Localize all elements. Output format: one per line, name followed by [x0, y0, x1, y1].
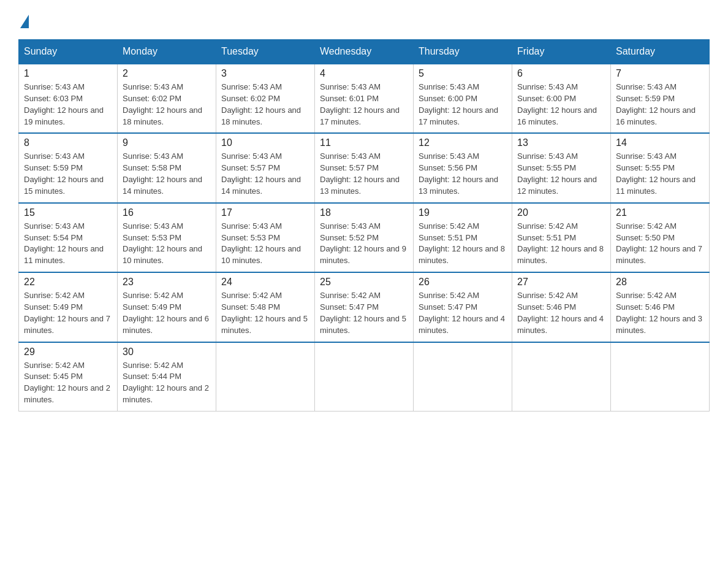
weekday-header-monday: Monday: [118, 40, 216, 64]
calendar-cell: 25 Sunrise: 5:42 AMSunset: 5:47 PMDaylig…: [315, 272, 414, 342]
day-info: Sunrise: 5:42 AMSunset: 5:45 PMDaylight:…: [24, 360, 112, 406]
weekday-header-row: SundayMondayTuesdayWednesdayThursdayFrid…: [19, 40, 710, 64]
calendar-cell: 9 Sunrise: 5:43 AMSunset: 5:58 PMDayligh…: [118, 133, 216, 202]
calendar-cell: 14 Sunrise: 5:43 AMSunset: 5:55 PMDaylig…: [611, 133, 710, 202]
day-info: Sunrise: 5:42 AMSunset: 5:49 PMDaylight:…: [24, 290, 112, 336]
day-number: 13: [517, 137, 605, 148]
calendar-body: 1 Sunrise: 5:43 AMSunset: 6:03 PMDayligh…: [19, 64, 710, 411]
day-number: 9: [123, 137, 211, 148]
day-info: Sunrise: 5:43 AMSunset: 6:02 PMDaylight:…: [221, 82, 309, 128]
day-number: 1: [24, 68, 112, 79]
day-number: 5: [419, 68, 507, 79]
day-number: 10: [221, 137, 309, 148]
calendar-cell: 27 Sunrise: 5:42 AMSunset: 5:46 PMDaylig…: [512, 272, 611, 342]
day-info: Sunrise: 5:43 AMSunset: 5:55 PMDaylight:…: [517, 151, 605, 197]
calendar-cell: [512, 342, 611, 412]
calendar-cell: [414, 342, 512, 412]
calendar-cell: 3 Sunrise: 5:43 AMSunset: 6:02 PMDayligh…: [216, 64, 315, 133]
day-info: Sunrise: 5:43 AMSunset: 6:00 PMDaylight:…: [419, 82, 507, 128]
calendar-cell: 4 Sunrise: 5:43 AMSunset: 6:01 PMDayligh…: [315, 64, 414, 133]
day-number: 26: [419, 277, 507, 288]
weekday-header-saturday: Saturday: [611, 40, 710, 64]
calendar-cell: [216, 342, 315, 412]
logo: [18, 12, 29, 28]
day-number: 29: [24, 347, 112, 358]
day-number: 8: [24, 137, 112, 148]
day-info: Sunrise: 5:43 AMSunset: 5:58 PMDaylight:…: [123, 151, 211, 197]
calendar-cell: 30 Sunrise: 5:42 AMSunset: 5:44 PMDaylig…: [118, 342, 216, 412]
day-info: Sunrise: 5:42 AMSunset: 5:47 PMDaylight:…: [419, 290, 507, 336]
day-info: Sunrise: 5:43 AMSunset: 5:59 PMDaylight:…: [24, 151, 112, 197]
day-info: Sunrise: 5:43 AMSunset: 5:53 PMDaylight:…: [123, 221, 211, 267]
day-info: Sunrise: 5:42 AMSunset: 5:46 PMDaylight:…: [517, 290, 605, 336]
day-number: 20: [517, 207, 605, 218]
day-info: Sunrise: 5:42 AMSunset: 5:51 PMDaylight:…: [517, 221, 605, 267]
calendar-cell: 13 Sunrise: 5:43 AMSunset: 5:55 PMDaylig…: [512, 133, 611, 202]
day-info: Sunrise: 5:42 AMSunset: 5:51 PMDaylight:…: [419, 221, 507, 267]
calendar-week-1: 1 Sunrise: 5:43 AMSunset: 6:03 PMDayligh…: [19, 64, 710, 133]
calendar-cell: 26 Sunrise: 5:42 AMSunset: 5:47 PMDaylig…: [414, 272, 512, 342]
day-number: 4: [320, 68, 408, 79]
day-number: 14: [616, 137, 704, 148]
weekday-header-thursday: Thursday: [414, 40, 512, 64]
calendar-table: SundayMondayTuesdayWednesdayThursdayFrid…: [18, 39, 710, 412]
day-number: 22: [24, 277, 112, 288]
calendar-cell: [315, 342, 414, 412]
day-info: Sunrise: 5:43 AMSunset: 5:57 PMDaylight:…: [320, 151, 408, 197]
day-info: Sunrise: 5:42 AMSunset: 5:50 PMDaylight:…: [616, 221, 704, 267]
day-number: 30: [123, 347, 211, 358]
day-number: 16: [123, 207, 211, 218]
day-info: Sunrise: 5:43 AMSunset: 5:55 PMDaylight:…: [616, 151, 704, 197]
day-number: 12: [419, 137, 507, 148]
day-number: 17: [221, 207, 309, 218]
day-number: 24: [221, 277, 309, 288]
calendar-week-3: 15 Sunrise: 5:43 AMSunset: 5:54 PMDaylig…: [19, 203, 710, 272]
calendar-week-2: 8 Sunrise: 5:43 AMSunset: 5:59 PMDayligh…: [19, 133, 710, 202]
day-info: Sunrise: 5:43 AMSunset: 5:57 PMDaylight:…: [221, 151, 309, 197]
day-info: Sunrise: 5:42 AMSunset: 5:48 PMDaylight:…: [221, 290, 309, 336]
day-info: Sunrise: 5:42 AMSunset: 5:49 PMDaylight:…: [123, 290, 211, 336]
calendar-cell: [611, 342, 710, 412]
calendar-cell: 21 Sunrise: 5:42 AMSunset: 5:50 PMDaylig…: [611, 203, 710, 272]
calendar-week-5: 29 Sunrise: 5:42 AMSunset: 5:45 PMDaylig…: [19, 342, 710, 412]
day-number: 7: [616, 68, 704, 79]
calendar-cell: 5 Sunrise: 5:43 AMSunset: 6:00 PMDayligh…: [414, 64, 512, 133]
day-number: 25: [320, 277, 408, 288]
weekday-header-sunday: Sunday: [19, 40, 118, 64]
calendar-cell: 12 Sunrise: 5:43 AMSunset: 5:56 PMDaylig…: [414, 133, 512, 202]
calendar-cell: 1 Sunrise: 5:43 AMSunset: 6:03 PMDayligh…: [19, 64, 118, 133]
calendar-cell: 19 Sunrise: 5:42 AMSunset: 5:51 PMDaylig…: [414, 203, 512, 272]
calendar-cell: 23 Sunrise: 5:42 AMSunset: 5:49 PMDaylig…: [118, 272, 216, 342]
calendar-week-4: 22 Sunrise: 5:42 AMSunset: 5:49 PMDaylig…: [19, 272, 710, 342]
calendar-cell: 8 Sunrise: 5:43 AMSunset: 5:59 PMDayligh…: [19, 133, 118, 202]
day-info: Sunrise: 5:43 AMSunset: 5:54 PMDaylight:…: [24, 221, 112, 267]
day-number: 15: [24, 207, 112, 218]
day-info: Sunrise: 5:42 AMSunset: 5:47 PMDaylight:…: [320, 290, 408, 336]
day-info: Sunrise: 5:42 AMSunset: 5:44 PMDaylight:…: [123, 360, 211, 406]
calendar-cell: 20 Sunrise: 5:42 AMSunset: 5:51 PMDaylig…: [512, 203, 611, 272]
day-number: 23: [123, 277, 211, 288]
weekday-header-tuesday: Tuesday: [216, 40, 315, 64]
weekday-header-wednesday: Wednesday: [315, 40, 414, 64]
weekday-header-friday: Friday: [512, 40, 611, 64]
calendar-cell: 17 Sunrise: 5:43 AMSunset: 5:53 PMDaylig…: [216, 203, 315, 272]
day-number: 21: [616, 207, 704, 218]
day-info: Sunrise: 5:43 AMSunset: 6:02 PMDaylight:…: [123, 82, 211, 128]
calendar-cell: 7 Sunrise: 5:43 AMSunset: 5:59 PMDayligh…: [611, 64, 710, 133]
day-number: 28: [616, 277, 704, 288]
calendar-cell: 11 Sunrise: 5:43 AMSunset: 5:57 PMDaylig…: [315, 133, 414, 202]
calendar-cell: 15 Sunrise: 5:43 AMSunset: 5:54 PMDaylig…: [19, 203, 118, 272]
day-number: 2: [123, 68, 211, 79]
day-info: Sunrise: 5:43 AMSunset: 6:00 PMDaylight:…: [517, 82, 605, 128]
day-number: 6: [517, 68, 605, 79]
calendar-cell: 10 Sunrise: 5:43 AMSunset: 5:57 PMDaylig…: [216, 133, 315, 202]
calendar-cell: 29 Sunrise: 5:42 AMSunset: 5:45 PMDaylig…: [19, 342, 118, 412]
day-number: 3: [221, 68, 309, 79]
calendar-cell: 16 Sunrise: 5:43 AMSunset: 5:53 PMDaylig…: [118, 203, 216, 272]
logo-triangle-icon: [20, 15, 29, 28]
day-info: Sunrise: 5:43 AMSunset: 6:03 PMDaylight:…: [24, 82, 112, 128]
page-header: [18, 12, 710, 28]
day-info: Sunrise: 5:43 AMSunset: 6:01 PMDaylight:…: [320, 82, 408, 128]
calendar-cell: 28 Sunrise: 5:42 AMSunset: 5:46 PMDaylig…: [611, 272, 710, 342]
day-info: Sunrise: 5:42 AMSunset: 5:46 PMDaylight:…: [616, 290, 704, 336]
